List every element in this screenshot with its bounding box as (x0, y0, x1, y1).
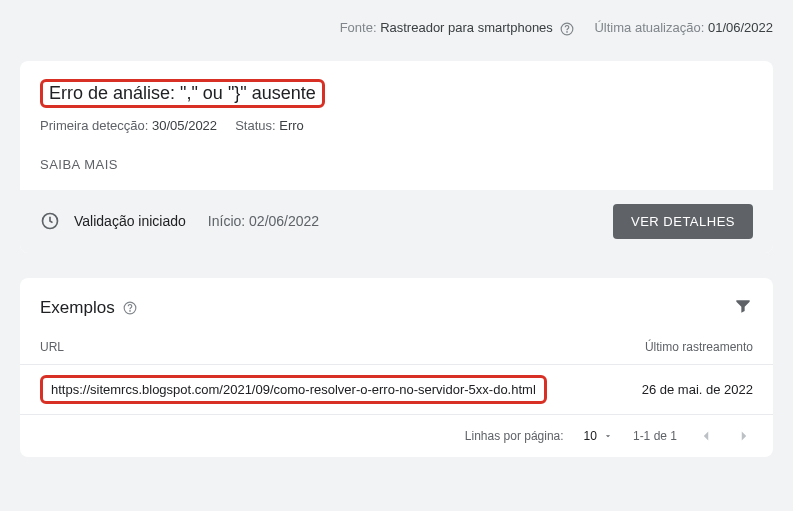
issue-header: Erro de análise: "," ou "}" ausente Prim… (20, 61, 773, 190)
rows-per-page-label: Linhas por página: (465, 429, 564, 443)
rows-per-page-select[interactable]: 10 (584, 429, 613, 443)
view-details-button[interactable]: VER DETALHES (613, 204, 753, 239)
example-url-highlight: https://sitemrcs.blogspot.com/2021/09/co… (40, 375, 547, 404)
validation-status: Validação iniciado (74, 213, 186, 229)
issue-meta: Primeira detecção: 30/05/2022 Status: Er… (40, 118, 753, 133)
update-value: 01/06/2022 (708, 20, 773, 35)
last-crawl-column-header: Último rastreamento (645, 340, 753, 354)
chevron-down-icon (603, 431, 613, 441)
table-header: URL Último rastreamento (20, 330, 773, 365)
svg-point-4 (129, 310, 130, 311)
source-info: Fonte: Rastreador para smartphones (340, 20, 575, 36)
update-label: Última atualização: (594, 20, 704, 35)
first-detected-value: 30/05/2022 (152, 118, 217, 133)
source-value: Rastreador para smartphones (380, 20, 553, 35)
svg-point-1 (567, 31, 568, 32)
top-info-bar: Fonte: Rastreador para smartphones Últim… (20, 20, 773, 36)
filter-icon[interactable] (733, 296, 753, 320)
table-row[interactable]: https://sitemrcs.blogspot.com/2021/09/co… (20, 365, 773, 415)
examples-card: Exemplos URL Último rastreamento https:/… (20, 278, 773, 457)
issue-title-highlight: Erro de análise: "," ou "}" ausente (40, 79, 325, 108)
url-column-header: URL (40, 340, 645, 354)
status-value: Erro (279, 118, 304, 133)
status-label: Status: (235, 118, 275, 133)
chevron-right-icon (735, 427, 753, 445)
examples-title: Exemplos (40, 298, 115, 318)
validation-start: Início: 02/06/2022 (208, 213, 319, 229)
clock-icon (40, 211, 60, 231)
validation-bar: Validação iniciado Início: 02/06/2022 VE… (20, 190, 773, 253)
example-crawl-date: 26 de mai. de 2022 (642, 382, 753, 397)
learn-more-link[interactable]: SAIBA MAIS (40, 157, 753, 172)
issue-title: Erro de análise: "," ou "}" ausente (49, 83, 316, 104)
issue-card: Erro de análise: "," ou "}" ausente Prim… (20, 61, 773, 253)
chevron-left-icon (697, 427, 715, 445)
next-page-button[interactable] (735, 427, 753, 445)
prev-page-button[interactable] (697, 427, 715, 445)
help-icon[interactable] (560, 22, 574, 36)
update-info: Última atualização: 01/06/2022 (594, 20, 773, 36)
examples-header: Exemplos (20, 278, 773, 330)
source-label: Fonte: (340, 20, 377, 35)
example-url: https://sitemrcs.blogspot.com/2021/09/co… (51, 382, 536, 397)
help-icon[interactable] (123, 301, 137, 315)
first-detected-label: Primeira detecção: (40, 118, 148, 133)
pagination: Linhas por página: 10 1-1 de 1 (20, 415, 773, 457)
page-range: 1-1 de 1 (633, 429, 677, 443)
